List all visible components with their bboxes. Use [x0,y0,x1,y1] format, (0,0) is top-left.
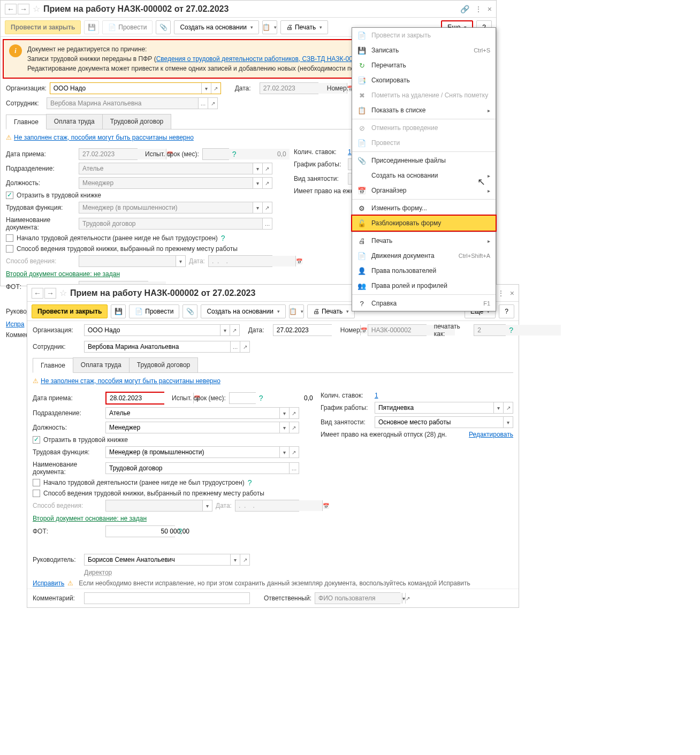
org-input[interactable] [50,83,201,94]
attach-button[interactable]: 📎 [156,20,171,34]
post-button[interactable]: 📄Провести [102,20,153,34]
fix-link[interactable]: Испра [6,321,24,328]
attach-button[interactable]: 📎 [182,304,197,318]
post-close-button[interactable]: Провести и закрыть [32,304,108,318]
nav-back[interactable]: ← [5,4,17,14]
open-icon[interactable]: ↗ [289,408,299,418]
probation-input[interactable] [203,149,290,159]
open-icon[interactable]: ↗ [262,178,272,188]
dropdown-icon[interactable]: ▾ [220,325,230,335]
menu-post[interactable]: 📄Провести [352,135,496,150]
dropdown-icon[interactable]: ▾ [279,408,289,418]
menu-movements[interactable]: 📄Движения документаCtrl+Shift+A [352,248,496,263]
menu-reread[interactable]: ↻Перечитать [352,58,496,73]
org-input[interactable] [85,325,220,335]
tab-pay[interactable]: Оплата труда [73,357,130,372]
ellipsis-icon[interactable]: … [262,218,272,229]
help-icon[interactable]: ? [221,234,225,242]
subdiv-input[interactable] [106,408,279,418]
help-button[interactable]: ? [499,304,514,318]
ellipsis-icon[interactable]: … [198,98,208,109]
print-button[interactable]: 🖨 Печать [280,20,328,34]
close-icon[interactable]: × [488,5,492,13]
alert-link[interactable]: Не заполнен стаж, пособия могут быть рас… [14,134,194,141]
menu-rolerights[interactable]: 👥Права ролей и профилей [352,278,496,293]
help-icon[interactable]: ? [259,394,263,402]
subdiv-input[interactable] [79,163,253,174]
tab-pay[interactable]: Оплата труда [46,114,103,129]
post-close-button[interactable]: Провести и закрыть [5,20,81,34]
dropdown-icon[interactable]: ▾ [230,554,240,565]
printas-input[interactable] [474,325,561,335]
employee-input[interactable] [85,341,230,352]
laborfunc-input[interactable] [79,202,253,213]
save-button[interactable]: 💾 [84,20,99,34]
help-icon[interactable]: ? [509,326,513,334]
employee-input[interactable] [47,98,198,109]
menu-markdelete[interactable]: ✖Пометить на удаление / Снять пометку [352,88,496,103]
menu-icon[interactable]: ⋮ [475,5,482,13]
open-icon[interactable]: ↗ [240,554,249,565]
menu-print[interactable]: 🖨Печать▸ [352,233,496,248]
open-icon[interactable]: ↗ [405,593,410,604]
tab-contract[interactable]: Трудовой договор [129,357,198,372]
ellipsis-icon[interactable]: … [289,463,299,474]
reflect-checkbox[interactable] [33,436,40,444]
menu-attached[interactable]: 📎Присоединенные файлы [352,153,496,168]
menu-cancelpost[interactable]: ⊘Отменить проведение [352,120,496,135]
fix-link[interactable]: Исправить [33,579,64,587]
open-icon[interactable]: ↗ [211,83,220,94]
emptype-input[interactable] [375,417,503,428]
menu-copy[interactable]: 📑Скопировать [352,73,496,88]
reflect-checkbox[interactable] [6,192,13,199]
ellipsis-icon[interactable]: … [230,341,240,352]
menu-userrights[interactable]: 👤Права пользователей [352,263,496,278]
menu-icon[interactable]: ⋮ [497,289,505,298]
extra-button[interactable]: 📋 [262,20,277,34]
menu-unlockform[interactable]: 🔓Разблокировать форму [351,215,497,232]
bookmethod-checkbox[interactable] [33,490,40,497]
open-icon[interactable]: ↗ [289,447,299,457]
director-link[interactable]: Директор [84,569,112,576]
create-based-button[interactable]: Создать на основании [201,304,286,318]
schedule-input[interactable] [375,402,493,413]
tab-contract[interactable]: Трудовой договор [102,114,171,129]
rates-value[interactable]: 1 [348,148,352,156]
dropdown-icon[interactable]: ▾ [253,178,262,188]
open-icon[interactable]: ↗ [503,402,513,413]
open-icon[interactable]: ↗ [240,341,249,352]
save-button[interactable]: 💾 [111,304,126,318]
open-icon[interactable]: ↗ [230,325,239,335]
open-icon[interactable]: ↗ [262,163,272,174]
open-icon[interactable]: ↗ [289,422,299,433]
position-input[interactable] [106,422,279,433]
link-icon[interactable]: 🔗 [460,5,469,13]
menu-createbased[interactable]: Создать на основании▸ [352,168,496,183]
dropdown-icon[interactable]: ▾ [493,402,503,413]
seconddoc-link[interactable]: Второй документ основание: не задан [33,515,147,522]
edit-link[interactable]: Редактировать [469,431,513,438]
extra-button[interactable]: 📋 [289,304,304,318]
menu-showlist[interactable]: 📋Показать в списке▸ [352,103,496,118]
startact-checkbox[interactable] [33,479,40,486]
create-based-button[interactable]: Создать на основании [174,20,259,34]
docname-input[interactable] [79,218,262,229]
responsible-input[interactable] [315,593,402,604]
laborfunc-input[interactable] [106,447,279,457]
comment-input[interactable] [85,593,249,604]
post-button[interactable]: 📄Провести [129,304,179,318]
menu-help[interactable]: ?СправкаF1 [352,296,496,311]
dropdown-icon[interactable]: ▾ [279,447,289,457]
favorite-icon[interactable]: ☆ [33,4,40,14]
help-icon[interactable]: ? [178,527,182,536]
menu-changeform[interactable]: ⚙Изменить форму... [352,201,496,216]
dropdown-icon[interactable]: ▾ [201,83,211,94]
dropdown-icon[interactable]: ▾ [503,417,513,428]
close-icon[interactable]: × [510,289,514,298]
startact-checkbox[interactable] [6,234,13,242]
alert-link[interactable]: Не заполнен стаж, пособия могут быть рас… [41,377,220,385]
dropdown-icon[interactable]: ▾ [253,202,262,213]
nav-forward[interactable]: → [18,4,29,14]
help-icon[interactable]: ? [248,478,252,487]
menu-postclose[interactable]: 📄Провести и закрыть [352,28,496,43]
